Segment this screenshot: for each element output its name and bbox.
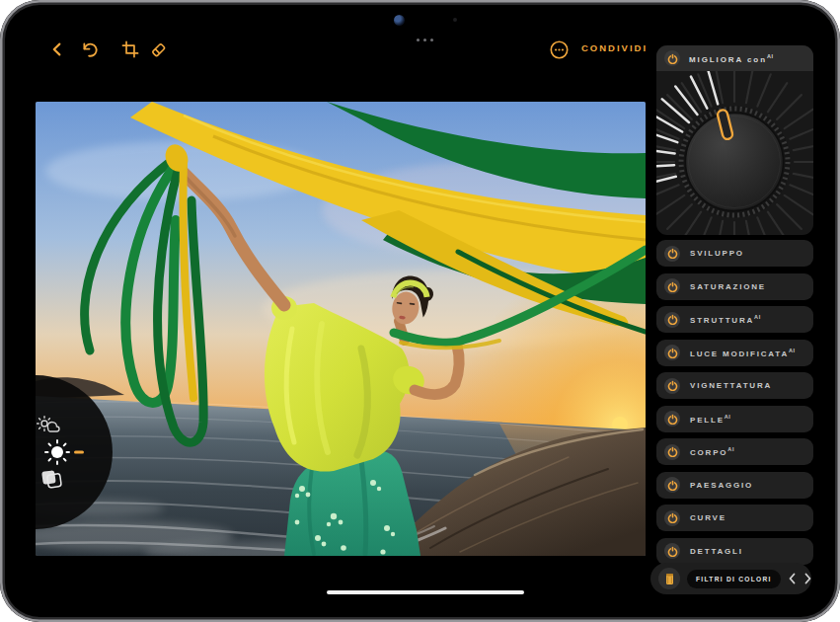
share-button[interactable]: CONDIVIDI xyxy=(581,42,648,53)
undo-icon xyxy=(80,40,99,59)
adjustment-row[interactable]: STRUTTURAAI xyxy=(656,306,813,333)
photo-canvas[interactable] xyxy=(36,102,646,556)
back-button[interactable] xyxy=(45,38,69,61)
adjustment-label: CORPOAI xyxy=(690,446,734,457)
adjustment-row[interactable]: DETTAGLI xyxy=(656,538,813,565)
multitasking-indicator[interactable] xyxy=(417,39,433,41)
adjustment-label: CURVE xyxy=(690,513,726,522)
more-options-button[interactable] xyxy=(547,38,571,61)
next-filter-button[interactable] xyxy=(803,569,812,588)
sensor-dot xyxy=(453,18,457,22)
power-icon[interactable] xyxy=(664,312,680,328)
undo-button[interactable] xyxy=(77,38,101,61)
screen: CONDIVIDI xyxy=(6,6,834,616)
more-options-icon xyxy=(549,39,570,60)
enhance-dial-zone[interactable] xyxy=(656,71,813,235)
adjustment-row[interactable]: SATURAZIONE xyxy=(656,273,813,300)
power-icon[interactable] xyxy=(664,345,680,360)
film-roll-icon xyxy=(663,572,676,586)
adjustment-row[interactable]: PAESAGGIO xyxy=(656,472,813,499)
power-icon[interactable] xyxy=(664,510,680,526)
adjustment-row[interactable]: LUCE MODIFICATAAI xyxy=(656,340,813,366)
filters-bar: FILTRI DI COLORI xyxy=(650,563,811,594)
power-icon[interactable] xyxy=(664,543,680,559)
enhance-panel: MIGLIORA conAI xyxy=(656,45,813,235)
adjustment-row[interactable]: CURVE xyxy=(656,505,813,531)
ipad-device-frame: CONDIVIDI xyxy=(0,0,840,622)
power-icon[interactable] xyxy=(664,378,680,394)
crop-icon xyxy=(121,40,139,58)
power-icon[interactable] xyxy=(664,444,680,460)
adjustment-row[interactable]: VIGNETTATURA xyxy=(656,372,813,399)
photo-illustration xyxy=(36,102,646,556)
adjustment-label: PAESAGGIO xyxy=(690,481,753,490)
film-roll-button[interactable] xyxy=(658,568,680,589)
crop-button[interactable] xyxy=(118,38,142,61)
enhance-header[interactable]: MIGLIORA conAI xyxy=(656,45,813,71)
power-icon[interactable] xyxy=(664,278,680,294)
chevron-right-icon xyxy=(803,573,812,584)
color-filters-button[interactable]: FILTRI DI COLORI xyxy=(687,570,781,588)
adjustment-row[interactable]: CORPOAI xyxy=(656,438,813,465)
adjustment-label: SATURAZIONE xyxy=(690,282,766,291)
enhance-title: MIGLIORA conAI xyxy=(689,53,774,64)
eraser-button[interactable] xyxy=(146,38,170,61)
power-icon[interactable] xyxy=(664,477,680,493)
adjustment-label: VIGNETTATURA xyxy=(690,381,772,390)
adjustment-label: SVILUPPO xyxy=(690,249,744,258)
adjustment-label: LUCE MODIFICATAAI xyxy=(690,348,796,358)
power-icon[interactable] xyxy=(664,246,680,262)
dial-knob[interactable] xyxy=(679,107,791,218)
adjust-wheel[interactable] xyxy=(36,373,126,531)
adjustment-label: STRUTTURAAI xyxy=(690,314,761,325)
front-camera xyxy=(394,15,405,26)
home-indicator[interactable] xyxy=(327,590,524,594)
color-filters-label: FILTRI DI COLORI xyxy=(696,576,772,583)
chevron-left-icon xyxy=(788,573,797,584)
adjustment-label: PELLEAI xyxy=(690,414,730,425)
power-icon[interactable] xyxy=(664,411,680,427)
wheel-selection-indicator xyxy=(74,451,84,454)
adjustment-row[interactable]: PELLEAI xyxy=(656,406,813,432)
back-chevron-icon xyxy=(48,40,66,58)
power-icon[interactable] xyxy=(664,50,680,66)
adjustment-row[interactable]: SVILUPPO xyxy=(656,240,813,267)
eraser-icon xyxy=(149,40,168,59)
adjustments-list: SVILUPPO SATURAZIONE xyxy=(656,240,813,565)
adjustment-label: DETTAGLI xyxy=(690,547,743,556)
ipad-photo: CONDIVIDI xyxy=(0,0,840,622)
prev-filter-button[interactable] xyxy=(788,569,797,588)
